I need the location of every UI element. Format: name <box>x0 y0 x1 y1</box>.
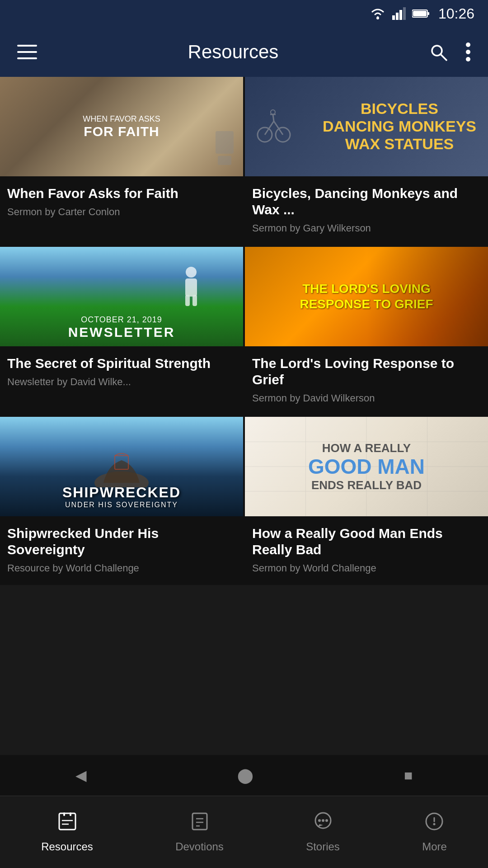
svg-rect-39 <box>70 812 71 816</box>
nav-resources-label: Resources <box>41 840 93 853</box>
system-nav-bar: ◀ ⬤ ■ <box>0 755 488 796</box>
bottom-nav-bar: Resources Devotions Stories <box>0 796 488 868</box>
card-grief-thumbnail: THE LORD'S LOVINGRESPONSE TO GRIEF <box>245 247 488 346</box>
svg-rect-4 <box>403 7 406 20</box>
nav-resources-icon <box>57 811 77 836</box>
svg-point-52 <box>433 823 436 825</box>
svg-point-47 <box>318 819 321 822</box>
page-title: Resources <box>52 41 415 63</box>
resources-grid: WHEN FAVOR ASKS FOR FAITH When Favor Ask… <box>0 77 488 585</box>
card-goodman-thumbnail: HOW A REALLY GOOD MAN ENDS REALLY BAD <box>245 417 488 516</box>
svg-point-48 <box>322 819 324 822</box>
card-grief-title: The Lord's Loving Response to Grief <box>252 355 481 388</box>
svg-point-25 <box>186 267 197 278</box>
card-faith-thumbnail: WHEN FAVOR ASKS FOR FAITH <box>0 77 243 176</box>
card-faith-subtitle: Sermon by Carter Conlon <box>7 206 236 218</box>
signal-icon <box>392 7 406 20</box>
svg-rect-9 <box>17 51 37 53</box>
card-newsletter-thumbnail: OCTOBER 21, 2019 NEWSLETTER <box>0 247 243 346</box>
svg-point-0 <box>376 17 379 19</box>
status-bar: 10:26 <box>0 0 488 27</box>
svg-line-22 <box>273 114 274 121</box>
card-bicycles-title: Bicycles, Dancing Monkeys and Wax ... <box>252 185 481 218</box>
card-goodman[interactable]: HOW A REALLY GOOD MAN ENDS REALLY BAD Ho… <box>245 417 488 585</box>
nav-more-label: More <box>422 840 447 853</box>
card-grief-subtitle: Sermon by David Wilkerson <box>252 392 481 404</box>
nav-devotions-label: Devotions <box>175 840 224 853</box>
svg-point-13 <box>466 42 470 47</box>
wifi-icon <box>370 7 386 20</box>
card-bicycles-subtitle: Sermon by Gary Wilkerson <box>252 222 481 234</box>
card-faith-title: When Favor Asks for Faith <box>7 185 236 202</box>
nav-resources[interactable]: Resources <box>28 807 107 858</box>
overflow-menu-button[interactable] <box>462 38 474 66</box>
svg-rect-10 <box>17 57 37 59</box>
status-time: 10:26 <box>438 5 474 22</box>
home-button[interactable]: ⬤ <box>237 767 253 784</box>
nav-stories-icon <box>313 811 333 836</box>
nav-devotions-icon <box>190 811 210 836</box>
card-shipwrecked[interactable]: SHIPWRECKED UNDER HIS SOVEREIGNTY Shipwr… <box>0 417 243 585</box>
nav-stories[interactable]: Stories <box>292 807 353 858</box>
svg-rect-3 <box>399 10 402 20</box>
card-grief[interactable]: THE LORD'S LOVINGRESPONSE TO GRIEF The L… <box>245 247 488 415</box>
svg-rect-16 <box>216 131 234 154</box>
battery-icon <box>412 9 430 19</box>
card-faith-info: When Favor Asks for Faith Sermon by Cart… <box>0 176 243 229</box>
nav-more[interactable]: More <box>408 807 460 858</box>
nav-devotions[interactable]: Devotions <box>162 807 237 858</box>
nav-stories-label: Stories <box>306 840 340 853</box>
svg-rect-27 <box>185 295 190 306</box>
card-newsletter-info: The Secret of Spiritual Strength Newslet… <box>0 346 243 399</box>
svg-rect-17 <box>218 156 231 165</box>
card-goodman-subtitle: Sermon by World Challenge <box>252 562 481 574</box>
card-goodman-info: How a Really Good Man Ends Really Bad Se… <box>245 516 488 585</box>
card-faith[interactable]: WHEN FAVOR ASKS FOR FAITH When Favor Ask… <box>0 77 243 245</box>
card-newsletter-subtitle: Newsletter by David Wilke... <box>7 376 236 388</box>
svg-rect-42 <box>192 813 207 830</box>
card-shipwrecked-subtitle: Resource by World Challenge <box>7 562 236 574</box>
svg-rect-6 <box>427 12 429 15</box>
card-bicycles-thumbnail: BICYCLESDANCING MONKEYSWAX STATUES <box>245 77 488 176</box>
menu-button[interactable] <box>14 41 41 63</box>
card-shipwrecked-thumbnail: SHIPWRECKED UNDER HIS SOVEREIGNTY <box>0 417 243 516</box>
svg-rect-26 <box>185 278 197 297</box>
card-newsletter[interactable]: OCTOBER 21, 2019 NEWSLETTER The Secret o… <box>0 247 243 415</box>
svg-rect-28 <box>192 295 197 306</box>
svg-rect-2 <box>396 13 399 20</box>
svg-rect-37 <box>59 813 75 830</box>
svg-point-14 <box>466 50 470 54</box>
svg-line-12 <box>441 54 446 60</box>
card-bicycles[interactable]: BICYCLESDANCING MONKEYSWAX STATUES Bicyc… <box>245 77 488 245</box>
card-shipwrecked-title: Shipwrecked Under His Sovereignty <box>7 525 236 558</box>
card-newsletter-title: The Secret of Spiritual Strength <box>7 355 236 372</box>
recents-button[interactable]: ■ <box>404 767 413 784</box>
card-shipwrecked-info: Shipwrecked Under His Sovereignty Resour… <box>0 516 243 585</box>
card-grief-info: The Lord's Loving Response to Grief Serm… <box>245 346 488 415</box>
svg-rect-8 <box>17 45 37 47</box>
svg-rect-38 <box>63 812 65 816</box>
svg-rect-7 <box>413 11 427 16</box>
card-bicycles-info: Bicycles, Dancing Monkeys and Wax ... Se… <box>245 176 488 245</box>
svg-rect-1 <box>392 15 395 20</box>
svg-point-49 <box>325 819 328 822</box>
card-goodman-title: How a Really Good Man Ends Really Bad <box>252 525 481 558</box>
nav-more-icon <box>424 811 444 836</box>
app-header: Resources <box>0 27 488 77</box>
svg-point-15 <box>466 57 470 61</box>
status-icons <box>370 7 430 20</box>
back-button[interactable]: ◀ <box>75 767 87 784</box>
search-button[interactable] <box>426 39 451 65</box>
